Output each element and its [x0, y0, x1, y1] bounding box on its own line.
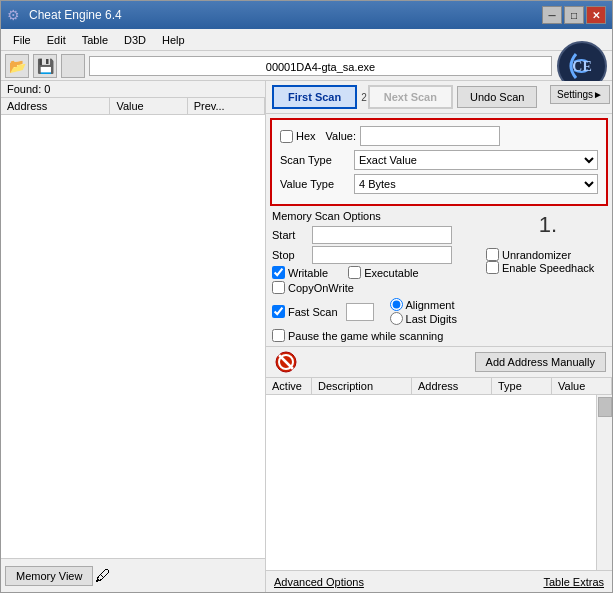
- maximize-button[interactable]: □: [564, 6, 584, 24]
- first-scan-button[interactable]: First Scan: [272, 85, 357, 109]
- scan-button-bar: First Scan 2 Next Scan Undo Scan Setting…: [266, 81, 612, 114]
- speedhack-item: Enable Speedhack: [486, 261, 606, 274]
- scrollbar-thumb[interactable]: [598, 397, 612, 417]
- stop-row: Stop 7fffffffffffffff: [272, 246, 478, 264]
- title-bar-buttons: ─ □ ✕: [542, 6, 606, 24]
- fast-scan-checkbox[interactable]: [272, 305, 285, 318]
- menu-table[interactable]: Table: [74, 32, 116, 48]
- right-panel: First Scan 2 Next Scan Undo Scan Setting…: [266, 81, 612, 592]
- lower-list-scrollbar[interactable]: [596, 395, 612, 570]
- alignment-radio-item: Alignment: [390, 298, 457, 311]
- executable-checkbox[interactable]: [348, 266, 361, 279]
- value-input[interactable]: 1000: [360, 126, 500, 146]
- writable-item: Writable: [272, 266, 328, 279]
- writable-checkbox[interactable]: [272, 266, 285, 279]
- alignment-radio[interactable]: [390, 298, 403, 311]
- hex-checkbox-group: Hex: [280, 130, 316, 143]
- save-button[interactable]: 💾: [33, 54, 57, 78]
- next-scan-number: 2: [361, 92, 367, 103]
- lower-list: Active Description Address Type Value: [266, 377, 612, 570]
- lower-list-body[interactable]: [266, 395, 612, 570]
- lower-header-value: Value: [552, 378, 612, 394]
- fast-scan-label: Fast Scan: [288, 306, 338, 318]
- fast-scan-input[interactable]: 4: [346, 303, 374, 321]
- copyonwrite-item: CopyOnWrite: [272, 281, 354, 294]
- header-prev: Prev...: [188, 98, 265, 114]
- unrandomizer-item: Unrandomizer: [486, 248, 606, 261]
- lower-header-active: Active: [266, 378, 312, 394]
- start-input[interactable]: 0000000000000000: [312, 226, 452, 244]
- window-title: Cheat Engine 6.4: [29, 8, 122, 22]
- content-area: Found: 0 Address Value Prev... Memory Vi…: [1, 81, 612, 592]
- fast-scan-row: Fast Scan 4 Alignment Last Digits: [272, 298, 478, 325]
- header-value: Value: [110, 98, 187, 114]
- memory-view-button[interactable]: Memory View: [5, 566, 93, 586]
- memory-scan-area: Memory Scan Options Start 00000000000000…: [266, 210, 612, 346]
- hex-checkbox[interactable]: [280, 130, 293, 143]
- executable-label: Executable: [364, 267, 418, 279]
- stop-icon: [275, 351, 297, 373]
- pause-scan-checkbox[interactable]: [272, 329, 285, 342]
- memory-scan-title: Memory Scan Options: [272, 210, 478, 222]
- alignment-radio-group: Alignment Last Digits: [390, 298, 457, 325]
- stop-label: Stop: [272, 249, 308, 261]
- scan-options-panel: Hex Value: 1000 Scan Type Exact Value Bi…: [270, 118, 608, 206]
- status-right[interactable]: Table Extras: [543, 576, 604, 588]
- stop-input[interactable]: 7fffffffffffffff: [312, 246, 452, 264]
- writable-executable-row: Writable Executable: [272, 266, 478, 279]
- menu-help[interactable]: Help: [154, 32, 193, 48]
- last-digits-radio-item: Last Digits: [390, 312, 457, 325]
- open-button[interactable]: 📂: [5, 54, 29, 78]
- lower-list-header: Active Description Address Type Value: [266, 378, 612, 395]
- value-type-row: Value Type 1 Byte 2 Bytes 4 Bytes 8 Byte…: [280, 174, 598, 194]
- unrandomizer-label: Unrandomizer: [502, 249, 571, 261]
- hex-label: Hex: [296, 130, 316, 142]
- value-type-label: Value Type: [280, 178, 350, 190]
- copyonwrite-checkbox[interactable]: [272, 281, 285, 294]
- menu-edit[interactable]: Edit: [39, 32, 74, 48]
- undo-scan-button[interactable]: Undo Scan: [457, 86, 537, 108]
- menu-d3d[interactable]: D3D: [116, 32, 154, 48]
- last-digits-radio[interactable]: [390, 312, 403, 325]
- fast-scan-item: Fast Scan: [272, 305, 338, 318]
- close-button[interactable]: ✕: [586, 6, 606, 24]
- settings-area: Settings►: [550, 85, 610, 104]
- speedhack-checkbox[interactable]: [486, 261, 499, 274]
- left-bottom-bar: Memory View 🖊: [1, 558, 265, 592]
- main-window: ⚙ Cheat Engine 6.4 ─ □ ✕ File Edit Table…: [0, 0, 613, 593]
- title-bar: ⚙ Cheat Engine 6.4 ─ □ ✕: [1, 1, 612, 29]
- process-name[interactable]: 00001DA4-gta_sa.exe: [89, 56, 552, 76]
- pause-scan-label: Pause the game while scanning: [288, 330, 443, 342]
- extra-button[interactable]: [61, 54, 85, 78]
- minimize-button[interactable]: ─: [542, 6, 562, 24]
- stop-scan-button[interactable]: [272, 350, 300, 374]
- svg-text:CE: CE: [572, 59, 591, 74]
- scan-type-label: Scan Type: [280, 154, 350, 166]
- status-left[interactable]: Advanced Options: [274, 576, 364, 588]
- scan-type-select[interactable]: Exact Value Bigger than... Smaller than.…: [354, 150, 598, 170]
- settings-button[interactable]: Settings►: [550, 85, 610, 104]
- lower-header-address: Address: [412, 378, 492, 394]
- memory-scan-left: Memory Scan Options Start 00000000000000…: [272, 210, 478, 342]
- copy-on-write-row: CopyOnWrite: [272, 281, 478, 294]
- last-digits-label: Last Digits: [406, 313, 457, 325]
- writable-label: Writable: [288, 267, 328, 279]
- scan-results-list[interactable]: [1, 115, 265, 558]
- bottom-left: [272, 350, 300, 374]
- status-bar: Advanced Options Table Extras: [266, 570, 612, 592]
- list-header: Address Value Prev...: [1, 98, 265, 115]
- menu-file[interactable]: File: [5, 32, 39, 48]
- unrandomizer-checkbox[interactable]: [486, 248, 499, 261]
- header-address: Address: [1, 98, 110, 114]
- bottom-toolbar: Add Address Manually: [266, 346, 612, 377]
- pointer-icon: 🖊: [93, 566, 113, 586]
- copyonwrite-label: CopyOnWrite: [288, 282, 354, 294]
- speedhack-label: Enable Speedhack: [502, 262, 594, 274]
- value-type-select[interactable]: 1 Byte 2 Bytes 4 Bytes 8 Bytes Float Dou…: [354, 174, 598, 194]
- add-address-manually-button[interactable]: Add Address Manually: [475, 352, 606, 372]
- toolbar: 📂 💾 00001DA4-gta_sa.exe CE: [1, 51, 612, 81]
- app-icon: ⚙: [7, 7, 23, 23]
- next-scan-button[interactable]: Next Scan: [368, 85, 453, 109]
- alignment-label: Alignment: [406, 299, 455, 311]
- found-bar: Found: 0: [1, 81, 265, 98]
